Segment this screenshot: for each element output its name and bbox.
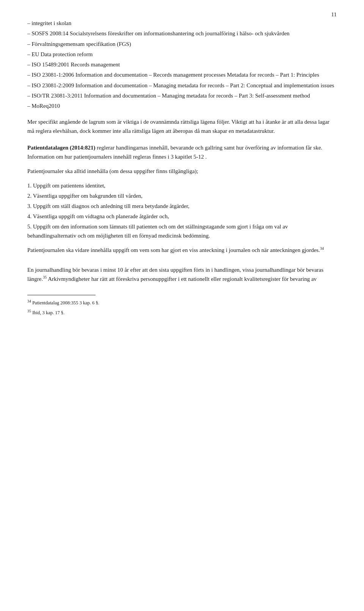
list-item: SOSFS 2008:14 Socialstyrelsens föreskrif… bbox=[27, 29, 337, 38]
page-number: 11 bbox=[331, 11, 337, 18]
list-item: 3. Uppgift om ställ diagnos och anlednin… bbox=[27, 202, 337, 211]
page: 11 integritet i skolan SOSFS 2008:14 Soc… bbox=[0, 0, 364, 611]
paragraph-vidare-text: Patientjournalen ska vidare innehålla up… bbox=[27, 247, 320, 253]
list-item: 2. Väsentliga uppgifter om bakgrunden ti… bbox=[27, 191, 337, 200]
footnote-ref-35: 35 bbox=[43, 275, 47, 279]
list-item: 5. Uppgift om den information som lämnat… bbox=[27, 222, 337, 240]
paragraph-patientdatalagen: Patientdatalagen (2014:821) reglerar han… bbox=[27, 143, 337, 161]
list-item: ISO 23081-2:2009 Information and documen… bbox=[27, 81, 337, 90]
footnote-ref-34: 34 bbox=[320, 246, 324, 250]
footnote-35-text: Ibid, 3 kap. 17 §. bbox=[32, 310, 64, 316]
list-item: ISO 23081-1:2006 Information and documen… bbox=[27, 71, 337, 79]
footnote-35-number: 35 bbox=[27, 309, 31, 313]
paragraph-journalhandling: En journalhandling bör bevaras i minst 1… bbox=[27, 265, 337, 283]
list-item: Förvaltningsgemensam specifikation (FGS) bbox=[27, 40, 337, 49]
numbered-list: 1. Uppgift om patientens identitet, 2. V… bbox=[27, 181, 337, 240]
paragraph-lagrum: Mer specifikt angående de lagrum som är … bbox=[27, 117, 337, 135]
list-item: MoReq2010 bbox=[27, 102, 337, 110]
bullet-list: integritet i skolan SOSFS 2008:14 Social… bbox=[27, 19, 337, 110]
list-item: 4. Väsentliga uppgift om vidtagna och pl… bbox=[27, 212, 337, 221]
journalhandling-rest: Arkivmyndigheter har rätt att föreskriva… bbox=[47, 276, 317, 282]
footnote-divider bbox=[27, 295, 96, 295]
footnote-35: 35 Ibid, 3 kap. 17 §. bbox=[27, 308, 337, 317]
paragraph-patientjournaler-intro: Patientjournaler ska alltid innehålla (o… bbox=[27, 167, 337, 176]
list-item: ISO 15489:2001 Records management bbox=[27, 60, 337, 69]
list-item: ISO/TR 23081-3:2011 Information and docu… bbox=[27, 91, 337, 100]
paragraph-patientjournalen-vidare: Patientjournalen ska vidare innehålla up… bbox=[27, 246, 337, 255]
footnote-34: 34 Patientdatalag 2008:355 3 kap. 6 §. bbox=[27, 298, 337, 307]
footnote-34-text: Patientdatalag 2008:355 3 kap. 6 §. bbox=[32, 300, 99, 306]
list-item: 1. Uppgift om patientens identitet, bbox=[27, 181, 337, 190]
list-item: EU Data protection reform bbox=[27, 50, 337, 59]
list-item: integritet i skolan bbox=[27, 19, 337, 28]
footnote-34-number: 34 bbox=[27, 299, 31, 303]
footnotes: 34 Patientdatalag 2008:355 3 kap. 6 §. 3… bbox=[27, 298, 337, 317]
patientdatalagen-bold: Patientdatalagen (2014:821) bbox=[27, 145, 96, 151]
